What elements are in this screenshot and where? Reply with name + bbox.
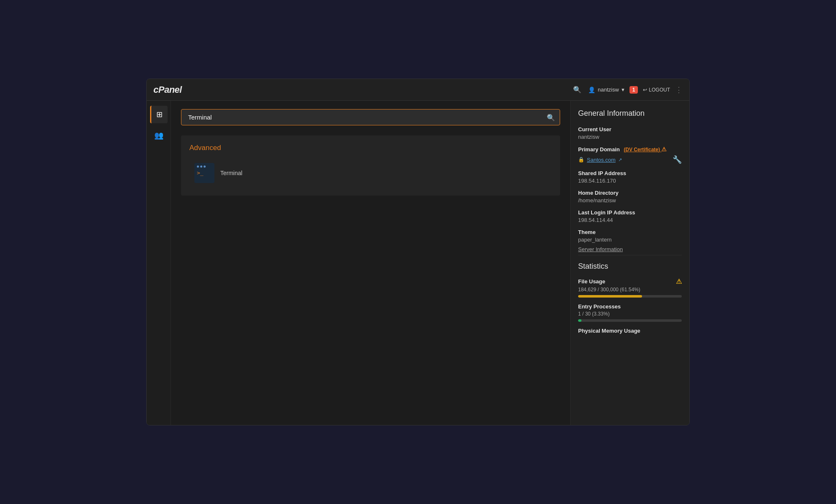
header-search-icon[interactable]: 🔍	[571, 84, 583, 95]
header-right: 🔍 👤 nantzisw ▾ 1 ↩ LOGOUT ⋮	[571, 84, 683, 95]
sidebar-item-users[interactable]: 👥	[150, 127, 168, 144]
shared-ip-value: 198.54.116.170	[578, 178, 682, 184]
header: cPanel 🔍 👤 nantzisw ▾ 1 ↩ LOGOUT ⋮	[147, 79, 689, 101]
logout-arrow-icon: ↩	[643, 87, 647, 93]
username-label: nantzisw	[598, 87, 619, 93]
physical-memory-label-text: Physical Memory Usage	[578, 328, 640, 334]
shared-ip-label: Shared IP Address	[578, 170, 682, 176]
more-options-icon[interactable]: ⋮	[675, 85, 683, 94]
dv-cert-link[interactable]: (DV Certificate)	[624, 147, 661, 153]
logout-label: LOGOUT	[649, 87, 670, 93]
entry-processes-label-text: Entry Processes	[578, 303, 621, 310]
lock-icon: 🔒	[578, 157, 584, 163]
file-usage-label: File Usage ⚠	[578, 277, 682, 285]
file-usage-value: 184,629 / 300,000 (61.54%)	[578, 287, 682, 293]
theme-label: Theme	[578, 229, 682, 235]
dv-warning-icon: ⚠	[661, 146, 667, 153]
primary-domain-label-text: Primary Domain	[578, 146, 620, 153]
main: ⊞ 👥 🔍 Advanced	[147, 101, 689, 425]
theme-value: paper_lantern	[578, 237, 682, 243]
physical-memory-label: Physical Memory Usage	[578, 328, 682, 334]
current-user-label: Current User	[578, 126, 682, 132]
sidebar: ⊞ 👥	[147, 101, 171, 425]
right-panel: General Information Current User nantzis…	[570, 101, 689, 425]
dot1	[197, 165, 199, 168]
logo-text: cPanel	[153, 84, 182, 95]
dv-cert-text: DV Certificate	[625, 147, 658, 153]
sidebar-item-home[interactable]: ⊞	[150, 106, 168, 123]
home-icon: ⊞	[156, 110, 163, 119]
notification-badge[interactable]: 1	[630, 86, 638, 94]
advanced-section-title: Advanced	[189, 144, 552, 152]
user-icon: 👤	[588, 87, 595, 93]
dot3	[204, 165, 206, 168]
content: 🔍 Advanced >_ Ter	[171, 101, 689, 425]
entry-processes-progress-bg	[578, 319, 682, 322]
file-usage-progress-fill	[578, 295, 642, 298]
terminal-dots-row	[197, 165, 206, 168]
last-login-value: 198.54.114.44	[578, 217, 682, 223]
dropdown-icon: ▾	[622, 87, 624, 93]
file-usage-progress-bg	[578, 295, 682, 298]
statistics-title: Statistics	[578, 262, 682, 271]
users-icon: 👥	[154, 131, 163, 140]
terminal-prompt-icon: >_	[197, 170, 204, 176]
terminal-app-name: Terminal	[220, 170, 242, 176]
primary-domain-label: Primary Domain (DV Certificate) ⚠	[578, 146, 682, 153]
server-info-link[interactable]: Server Information	[578, 246, 682, 252]
entry-processes-label: Entry Processes	[578, 303, 682, 310]
file-usage-warning-icon: ⚠	[676, 277, 682, 285]
divider	[578, 255, 682, 255]
last-login-label: Last Login IP Address	[578, 209, 682, 216]
screen: cPanel 🔍 👤 nantzisw ▾ 1 ↩ LOGOUT ⋮ ⊞ 👥	[146, 79, 690, 425]
entry-processes-progress-fill	[578, 319, 581, 322]
search-input[interactable]	[181, 109, 560, 125]
search-submit-button[interactable]: 🔍	[547, 113, 555, 121]
current-user-value: nantzisw	[578, 134, 682, 140]
advanced-section: Advanced >_ Terminal	[181, 135, 560, 196]
terminal-app-item[interactable]: >_ Terminal	[189, 159, 273, 187]
main-panel: 🔍 Advanced >_ Ter	[171, 101, 570, 425]
general-info-title: General Information	[578, 109, 682, 118]
terminal-app-icon: >_	[194, 163, 214, 183]
dot2	[200, 165, 202, 168]
domain-link[interactable]: Santos.com	[587, 157, 616, 163]
home-dir-label: Home Directory	[578, 190, 682, 196]
external-link-icon: ↗	[618, 157, 622, 163]
search-container: 🔍	[181, 109, 560, 125]
domain-row: 🔒 Santos.com ↗ 🔧	[578, 155, 682, 164]
home-dir-value: /home/nantzisw	[578, 197, 682, 204]
file-usage-label-text: File Usage	[578, 278, 605, 285]
wrench-button[interactable]: 🔧	[673, 155, 682, 164]
header-user-menu[interactable]: 👤 nantzisw ▾	[588, 87, 624, 93]
logo: cPanel	[153, 84, 182, 95]
logout-button[interactable]: ↩ LOGOUT	[643, 87, 670, 93]
entry-processes-value: 1 / 30 (3.33%)	[578, 311, 682, 317]
